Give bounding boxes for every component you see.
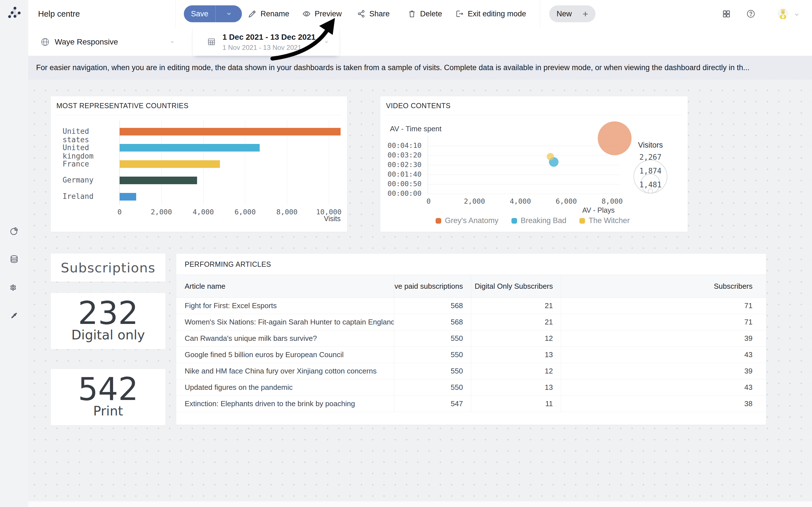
gridline xyxy=(428,184,619,184)
countries-plot xyxy=(119,121,342,205)
bubble-grey-s-anatomy xyxy=(598,121,631,155)
date-range-picker[interactable]: 1 Dec 2021 - 13 Dec 2021 1 Nov 2021 - 13… xyxy=(192,28,340,56)
column-header-subscribers[interactable]: Subscribers xyxy=(561,275,766,297)
sampling-notice-banner: For easier navigation, when you are in e… xyxy=(28,56,812,80)
article-name-cell: Updated figures on the pandemic xyxy=(176,379,394,395)
column-header-article-name[interactable]: Article name xyxy=(176,275,394,297)
x-tick-label: 0 xyxy=(414,197,443,205)
digital-only-cell: 13 xyxy=(471,379,561,395)
plus-icon: + xyxy=(582,9,588,18)
column-header-digital-only[interactable]: Digital Only Subscribers xyxy=(471,275,561,297)
preview-button[interactable]: Preview xyxy=(302,0,342,27)
new-label: New xyxy=(557,10,572,18)
size-legend-circle-small xyxy=(648,188,653,193)
article-name-cell: Google fined 5 billion euros by European… xyxy=(176,347,394,363)
category-label: France xyxy=(63,160,89,168)
subscribers-cell: 39 xyxy=(561,363,766,379)
delete-button[interactable]: Delete xyxy=(408,0,442,27)
category-label: Germany xyxy=(63,176,94,184)
x-tick-label: 8,000 xyxy=(273,208,301,216)
digital-only-cell: 11 xyxy=(471,396,561,412)
legend-label: The Witcher xyxy=(589,216,630,225)
apps-grid-icon[interactable] xyxy=(722,10,730,18)
gridline xyxy=(428,194,619,194)
gridline xyxy=(428,156,619,156)
eyedropper-icon[interactable] xyxy=(10,312,18,321)
user-avatar[interactable] xyxy=(777,8,788,19)
table-row: Can Rwanda's unique milk bars survive? 5… xyxy=(176,330,766,347)
video-yaxis-name: AV - Time spent xyxy=(390,124,442,133)
bar-ireland xyxy=(119,193,136,201)
bar-united-kingdom xyxy=(119,144,260,152)
preview-label: Preview xyxy=(315,10,342,18)
category-label: Ireland xyxy=(63,192,94,201)
new-dashboard-button[interactable]: New + xyxy=(549,5,596,22)
legend-item: Breaking Bad xyxy=(511,216,566,225)
print-kpi-card[interactable]: 542 Print xyxy=(51,369,165,425)
digital-only-kpi-card[interactable]: 232 Digital only xyxy=(51,293,165,349)
digital-only-cell: 12 xyxy=(471,330,561,346)
x-tick-label: 2,000 xyxy=(147,208,175,216)
table-title: PERFORMING ARTICLES xyxy=(176,254,271,275)
share-icon xyxy=(357,10,365,18)
share-label: Share xyxy=(369,10,390,18)
calendar-icon xyxy=(207,38,216,46)
x-tick-label: 2,000 xyxy=(460,197,489,205)
kpi-value: 232 xyxy=(78,300,139,327)
countries-chart-title: MOST REPRESENTATIVE COUNTRIES xyxy=(56,96,189,115)
subscribers-cell: 43 xyxy=(561,347,766,363)
legend-item: The Witcher xyxy=(579,216,630,225)
settings-gear-icon[interactable] xyxy=(10,283,18,292)
date-range-current: 1 Dec 2021 - 13 Dec 2021 xyxy=(222,33,315,42)
subscribers-cell: 71 xyxy=(561,298,766,314)
countries-xaxis: 02,0004,0006,0008,00010,000 xyxy=(119,208,342,217)
card-divider xyxy=(386,115,682,115)
legend-label: Breaking Bad xyxy=(521,216,566,225)
exit-icon xyxy=(455,10,464,18)
x-tick-label: 0 xyxy=(105,208,134,216)
table-header-row: Article name Active paid subscriptions D… xyxy=(176,275,766,298)
card-divider xyxy=(56,115,342,115)
save-button-label[interactable]: Save xyxy=(184,5,215,22)
rename-button[interactable]: Rename xyxy=(248,0,289,27)
site-selector[interactable]: Waye Responsive xyxy=(28,28,192,56)
kpi-label: Print xyxy=(93,403,123,418)
sampling-notice-text: For easier navigation, when you are in e… xyxy=(36,63,749,72)
save-button[interactable]: Save xyxy=(184,5,242,22)
page-title: Help centre xyxy=(38,0,80,27)
left-sidebar xyxy=(0,0,28,507)
pencil-icon xyxy=(248,10,257,18)
video-contents-chart-card[interactable]: VIDEO CONTENTS AV - Time spent 00:04:100… xyxy=(380,96,688,232)
table-row: Fight for First: Excel Esports 568 21 71 xyxy=(176,298,766,314)
save-dropdown-caret[interactable] xyxy=(216,5,242,22)
help-icon[interactable] xyxy=(747,10,755,18)
performing-articles-card[interactable]: PERFORMING ARTICLES Article name Active … xyxy=(176,254,766,425)
x-tick-label: 8,000 xyxy=(598,197,626,205)
category-label: United kingdom xyxy=(63,144,117,160)
account-menu-caret-icon[interactable] xyxy=(794,12,800,17)
share-button[interactable]: Share xyxy=(357,0,390,27)
app-logo[interactable] xyxy=(7,6,21,19)
video-xaxis-name: AV - Plays xyxy=(582,206,615,214)
video-yaxis: 00:04:1000:03:2000:02:3000:01:4000:00:50… xyxy=(386,136,424,194)
active-paid-cell: 550 xyxy=(394,330,471,346)
rename-label: Rename xyxy=(260,10,289,18)
table-row: Nike and HM face China fury over Xinjian… xyxy=(176,363,766,379)
exit-editing-button[interactable]: Exit editing mode xyxy=(455,0,526,27)
charts-icon[interactable] xyxy=(10,226,18,235)
y-tick-label: 00:00:00 xyxy=(386,189,421,198)
video-series-legend: Grey's AnatomyBreaking BadThe Witcher xyxy=(436,216,629,225)
globe-icon xyxy=(41,38,49,46)
countries-chart-card[interactable]: MOST REPRESENTATIVE COUNTRIES United sta… xyxy=(51,96,347,232)
active-paid-cell: 550 xyxy=(394,363,471,379)
top-toolbar: Help centre Save Rename Preview Share De… xyxy=(28,0,812,28)
data-sources-icon[interactable] xyxy=(10,255,18,264)
subscriptions-title-card[interactable]: Subscriptions xyxy=(51,253,165,282)
bottom-scroll-track[interactable] xyxy=(28,501,812,507)
legend-swatch xyxy=(511,218,517,224)
digital-only-cell: 12 xyxy=(471,363,561,379)
legend-label: Grey's Anatomy xyxy=(445,216,499,225)
legend-swatch xyxy=(579,218,585,224)
column-header-active-paid[interactable]: Active paid subscriptions xyxy=(394,275,471,297)
x-tick-label: 6,000 xyxy=(231,208,259,216)
